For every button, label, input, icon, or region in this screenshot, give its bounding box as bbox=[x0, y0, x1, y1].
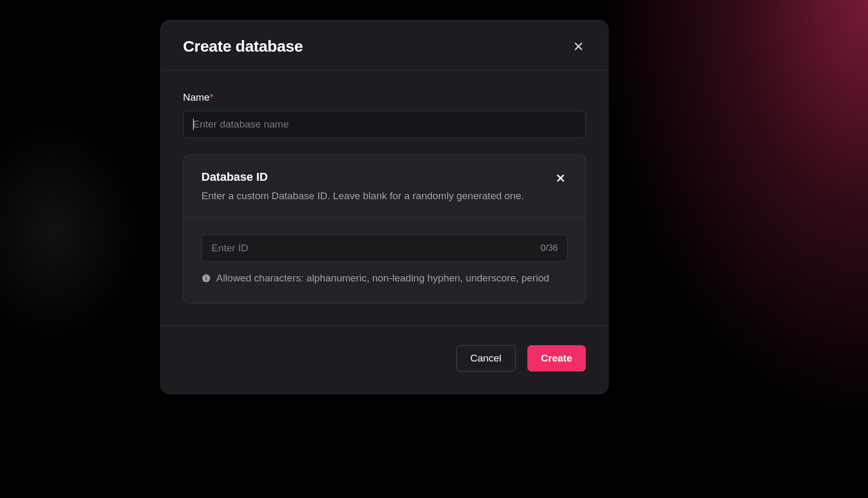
background-glow-left bbox=[0, 100, 158, 363]
database-id-input-wrapper: 0/36 bbox=[201, 235, 567, 262]
svg-point-6 bbox=[206, 276, 207, 277]
database-id-hint-text: Allowed characters: alphanumeric, non-le… bbox=[216, 271, 549, 286]
modal-header: Create database bbox=[161, 21, 608, 71]
database-id-panel-header: Database ID Enter a custom Database ID. … bbox=[184, 155, 585, 218]
name-field-group: Name* bbox=[183, 92, 586, 138]
required-asterisk: * bbox=[210, 92, 214, 103]
database-id-input[interactable] bbox=[201, 235, 567, 262]
database-id-panel-body: 0/36 Allowed characters: alphanumeric, n… bbox=[184, 218, 585, 304]
modal-title: Create database bbox=[183, 37, 303, 55]
database-id-panel: Database ID Enter a custom Database ID. … bbox=[183, 155, 586, 304]
modal-body: Name* Database ID Enter a custom Databas… bbox=[161, 71, 608, 326]
name-label-text: Name bbox=[183, 92, 210, 103]
database-id-header-text: Database ID Enter a custom Database ID. … bbox=[201, 170, 554, 203]
name-input[interactable] bbox=[183, 111, 586, 138]
database-id-title: Database ID bbox=[201, 170, 554, 184]
close-button[interactable] bbox=[571, 39, 586, 54]
create-button[interactable]: Create bbox=[527, 345, 586, 372]
database-id-description: Enter a custom Database ID. Leave blank … bbox=[201, 189, 554, 203]
svg-rect-5 bbox=[206, 277, 207, 280]
name-input-wrapper bbox=[183, 111, 586, 138]
modal-footer: Cancel Create bbox=[161, 326, 608, 394]
character-counter: 0/36 bbox=[541, 243, 558, 253]
create-database-modal: Create database Name* Database ID Enter … bbox=[160, 20, 609, 394]
cancel-button[interactable]: Cancel bbox=[456, 345, 516, 372]
database-id-hint-row: Allowed characters: alphanumeric, non-le… bbox=[201, 271, 567, 286]
database-id-close-button[interactable] bbox=[554, 171, 567, 187]
text-cursor bbox=[193, 119, 194, 130]
name-label: Name* bbox=[183, 92, 586, 103]
close-icon bbox=[573, 41, 584, 52]
info-icon bbox=[201, 274, 211, 283]
close-icon bbox=[556, 173, 565, 183]
